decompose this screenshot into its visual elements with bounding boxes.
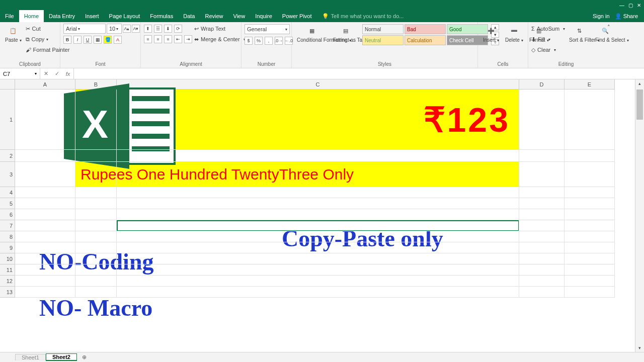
row-head-8[interactable]: 8 [0,231,15,242]
collapse-ribbon-button[interactable]: ˄ [604,22,614,68]
cancel-formula-button[interactable]: ✕ [40,70,51,77]
formula-input[interactable] [74,68,644,79]
decrease-font-icon[interactable]: A▾ [132,25,140,33]
scroll-down-button[interactable]: ▾ [635,344,644,352]
fill-label: Fill [538,36,545,42]
fill-color-button[interactable]: 🪣 [104,36,112,44]
font-selector[interactable]: Arial▾ [63,24,106,34]
row-head-12[interactable]: 12 [0,276,15,287]
autosum-button[interactable]: ΣAutoSum [531,24,565,33]
tab-review[interactable]: Review [200,10,228,22]
align-left-button[interactable]: ≡ [144,35,152,43]
format-as-table-button[interactable]: ▤ Format as Table [331,24,360,44]
select-all-corner[interactable] [0,79,15,89]
cell-area[interactable]: ₹123 Rupees One Hundred TwentyThree Only… [15,89,635,352]
delete-icon: ➖ [509,25,520,36]
sheet-tab-1[interactable]: Sheet1 [15,354,46,360]
wrap-text-button[interactable]: ↩Wrap Text [194,24,246,33]
signin-link[interactable]: Sign in [593,13,610,19]
row-head-10[interactable]: 10 [0,253,15,264]
underline-button[interactable]: U [84,36,92,44]
style-bad[interactable]: Bad [405,24,446,34]
row-head-9[interactable]: 9 [0,242,15,253]
number-format-selector[interactable]: General▾ [245,24,290,34]
row-head-5[interactable]: 5 [0,198,15,209]
titlebar: — ▢ ✕ [0,0,644,10]
sheet-tab-2[interactable]: Sheet2 [46,353,77,361]
row-head-3[interactable]: 3 [0,162,15,187]
col-head-E[interactable]: E [565,79,615,89]
align-middle-button[interactable]: ☰ [154,25,162,33]
minimize-button[interactable]: — [619,3,624,8]
border-button[interactable]: ▦ [94,36,102,44]
currency-button[interactable]: $ [245,37,253,45]
merge-center-button[interactable]: ⬌Merge & Center [194,35,246,44]
inc-decimal-button[interactable]: .0→ [275,37,283,45]
delete-label: Delete [505,37,523,43]
scroll-thumb[interactable] [636,89,643,120]
copy-icon: ⧉ [26,36,30,43]
indent-dec-button[interactable]: ⇤ [174,35,182,43]
sort-filter-button[interactable]: ⇅Sort & Filter [567,24,591,44]
tab-file[interactable]: File [0,10,19,22]
font-size-selector[interactable]: 10▾ [107,24,122,34]
tab-dataentry[interactable]: Data Entry [44,10,80,22]
cond-label: Conditional Formatting [297,37,327,43]
clear-button[interactable]: ◇Clear [531,45,565,54]
increase-font-icon[interactable]: A▴ [123,25,131,33]
tab-view[interactable]: View [228,10,251,22]
new-sheet-button[interactable]: ⊕ [77,354,92,360]
number-format: General [247,26,267,32]
vertical-scrollbar[interactable]: ▴ ▾ [635,79,644,352]
accept-formula-button[interactable]: ✓ [51,70,62,77]
col-head-D[interactable]: D [519,79,565,89]
name-box[interactable]: C7 ▾ [0,68,40,79]
conditional-formatting-button[interactable]: ▦ Conditional Formatting [295,24,329,44]
number-group-label: Number [245,60,288,68]
scroll-up-button[interactable]: ▴ [635,79,644,87]
style-neutral[interactable]: Neutral [362,35,404,45]
insert-cells-button[interactable]: ➕Insert [481,24,501,44]
row-head-11[interactable]: 11 [0,264,15,276]
tab-home[interactable]: Home [19,10,44,22]
row-head-1[interactable]: 1 [0,89,15,150]
style-normal[interactable]: Normal [362,24,404,34]
indent-inc-button[interactable]: ⇥ [184,35,192,43]
italic-button[interactable]: I [73,36,82,44]
align-top-button[interactable]: ⬆ [144,25,152,33]
share-button[interactable]: 👤 Share [615,13,638,20]
comma-button[interactable]: , [265,37,273,45]
tab-formulas[interactable]: Formulas [145,10,178,22]
cells-group-label: Cells [481,60,525,68]
paste-button[interactable]: 📋 Paste [3,24,24,44]
row-head-6[interactable]: 6 [0,209,15,220]
align-right-button[interactable]: ≡ [164,35,172,43]
align-center-button[interactable]: ≡ [154,35,162,43]
row-head-13[interactable]: 13 [0,287,15,298]
close-button[interactable]: ✕ [637,3,641,8]
fx-icon[interactable]: fx [62,71,73,77]
percent-button[interactable]: % [255,37,263,45]
tell-me[interactable]: 💡 Tell me what you want to do... [317,10,409,22]
tab-inquire[interactable]: Inquire [250,10,277,22]
tab-powerpivot[interactable]: Power Pivot [277,10,317,22]
editing-group-label: Editing [531,60,601,68]
style-calculation[interactable]: Calculation [405,35,446,45]
delete-cells-button[interactable]: ➖Delete [503,24,525,44]
orientation-button[interactable]: ⟳ [174,25,182,33]
font-color-button[interactable]: A [114,36,122,44]
tab-data[interactable]: Data [178,10,200,22]
lightbulb-icon: 💡 [322,13,329,20]
tab-insert[interactable]: Insert [80,10,104,22]
sum-label: AutoSum [537,26,559,32]
tab-pagelayout[interactable]: Page Layout [104,10,145,22]
maximize-button[interactable]: ▢ [628,3,633,8]
row-head-2[interactable]: 2 [0,150,15,162]
row-head-4[interactable]: 4 [0,187,15,198]
ribbon-group-number: General▾ $ % , .0→ ←.0 Number [242,22,292,68]
bold-button[interactable]: B [63,36,71,44]
cut-label: Cut [32,26,41,32]
fill-button[interactable]: ⬇Fill [531,35,565,44]
row-head-7[interactable]: 7 [0,220,15,231]
align-bottom-button[interactable]: ⬇ [164,25,172,33]
